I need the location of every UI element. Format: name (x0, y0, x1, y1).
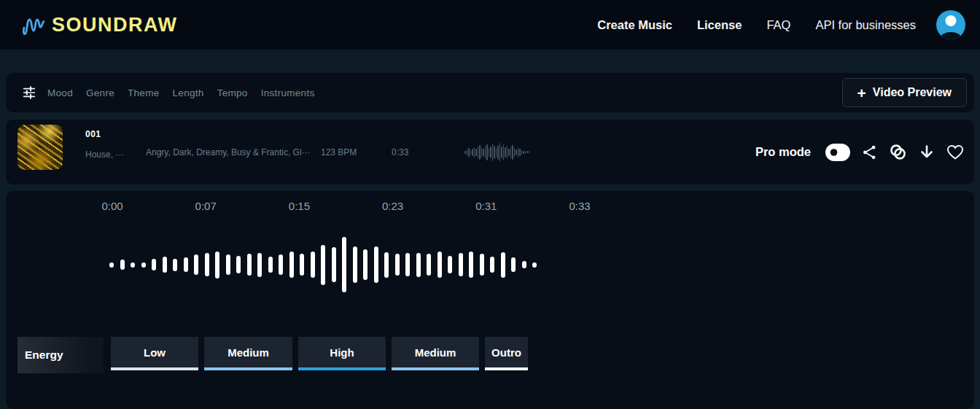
filter-item-length[interactable]: Length (173, 87, 204, 98)
navbar-links: Create MusicLicenseFAQAPI for businesses (597, 18, 916, 32)
plus-icon: + (858, 85, 866, 101)
waveform-bar (226, 254, 230, 275)
mini-waveform-bar (479, 145, 481, 160)
mini-waveform-bar (510, 147, 512, 158)
video-preview-label: Video Preview (873, 86, 952, 99)
mini-waveform-bar (525, 151, 526, 154)
filter-sliders-icon[interactable] (22, 86, 36, 99)
track-bpm: 123 BPM (321, 147, 357, 157)
waveform-bar (448, 256, 452, 273)
heart-icon[interactable] (946, 144, 964, 160)
brand-name: SOUNDRAW (52, 14, 178, 36)
soundraw-logo[interactable]: SOUNDRAW (20, 10, 178, 39)
waveform-bar (205, 253, 209, 276)
mini-waveform-bar (514, 148, 516, 157)
timeline-tick: 0:15 (289, 200, 310, 212)
mini-waveform-bar (497, 145, 499, 160)
mini-waveform-bar (481, 147, 483, 157)
energy-segment-low[interactable]: Low (111, 337, 198, 370)
user-avatar[interactable] (936, 10, 965, 39)
track-row[interactable]: 001 House, ··· Angry, Dark, Dreamy, Busy… (6, 120, 974, 184)
track-mini-waveform[interactable] (464, 142, 529, 163)
mini-waveform-bar (490, 147, 491, 158)
energy-segments: LowMediumHighMediumOutro (111, 337, 528, 370)
waveform-bar (416, 253, 421, 277)
mini-waveform-bar (468, 148, 470, 157)
mini-waveform-bar (518, 147, 519, 157)
mini-waveform-bar (512, 145, 513, 160)
nav-link-faq[interactable]: FAQ (766, 18, 790, 32)
mini-waveform-bar (519, 149, 521, 156)
top-navbar: SOUNDRAW Create MusicLicenseFAQAPI for b… (0, 0, 980, 50)
energy-segment-outro[interactable]: Outro (485, 337, 528, 370)
energy-segment-medium[interactable]: Medium (392, 337, 479, 370)
waveform-bar (480, 254, 484, 276)
mini-waveform-bar (501, 147, 502, 158)
track-number: 001 (85, 129, 101, 139)
mini-waveform-bar (485, 146, 486, 159)
filter-item-mood[interactable]: Mood (47, 87, 73, 98)
track-mood-tags: Angry, Dark, Dreamy, Busy & Frantic, Gl·… (146, 147, 311, 157)
mini-waveform-bar (523, 151, 524, 154)
filter-categories: MoodGenreThemeLengthTempoInstruments (47, 87, 315, 98)
waveform-bar (300, 254, 304, 276)
mini-waveform-bar (494, 146, 495, 159)
waveform-bar (374, 246, 378, 283)
mini-waveform-bar (503, 144, 505, 160)
waveform-bar (342, 237, 346, 292)
timeline-tick: 0:07 (195, 200, 217, 212)
nav-link-license[interactable]: License (697, 18, 742, 32)
user-avatar-icon (941, 32, 962, 39)
pro-mode-toggle-icon[interactable] (825, 144, 850, 161)
energy-label-text: Energy (25, 348, 63, 362)
waveform-bar (141, 262, 146, 268)
waveform-bar (321, 245, 325, 285)
video-preview-button[interactable]: + Video Preview (842, 78, 967, 107)
waveform-bar (120, 260, 125, 270)
mini-waveform-bar (499, 143, 501, 162)
track-genre: House, ··· (85, 149, 124, 160)
nav-link-create-music[interactable]: Create Music (597, 18, 672, 32)
share-icon[interactable] (863, 145, 876, 160)
mini-waveform-bar (474, 147, 475, 157)
waveform-bar (363, 249, 368, 280)
waveform-bar (501, 252, 505, 278)
waveform-bar (247, 254, 252, 276)
filter-bar: MoodGenreThemeLengthTempoInstruments + V… (6, 73, 974, 112)
main-waveform[interactable] (109, 233, 537, 296)
waveform-bar (384, 252, 389, 278)
mini-waveform-bar (489, 148, 490, 157)
energy-segment-high[interactable]: High (298, 337, 386, 370)
track-thumbnail[interactable] (18, 125, 63, 170)
waveform-bar (311, 252, 315, 278)
waveform-bar (109, 262, 114, 268)
waveform-bar (438, 252, 442, 278)
filter-item-genre[interactable]: Genre (86, 87, 114, 98)
waveform-bar (511, 257, 516, 272)
waveform-bar (215, 252, 219, 278)
waveform-editor: 0:000:070:150:230:310:33 Energy LowMediu… (6, 191, 974, 409)
waveform-bar (236, 256, 241, 273)
waveform-bar (289, 252, 294, 278)
mini-waveform-bar (464, 151, 466, 154)
overlapping-circles-icon[interactable] (889, 143, 907, 161)
filter-item-theme[interactable]: Theme (128, 87, 160, 98)
timeline-tick: 0:00 (101, 200, 122, 212)
waveform-bar (268, 257, 273, 273)
energy-segment-medium[interactable]: Medium (204, 337, 292, 370)
waveform-bar (184, 257, 188, 272)
waveform-bar (173, 259, 177, 271)
mini-waveform-bar (467, 149, 468, 155)
filter-item-instruments[interactable]: Instruments (261, 87, 315, 98)
mini-waveform-bar (496, 148, 497, 157)
waveform-bar (405, 253, 410, 276)
waveform-bar (257, 253, 262, 277)
user-avatar-icon (946, 15, 957, 26)
timeline-tick: 0:23 (382, 200, 403, 212)
filter-item-tempo[interactable]: Tempo (217, 87, 248, 98)
waveform-bar (522, 261, 526, 268)
download-icon[interactable] (919, 144, 934, 160)
nav-link-api-for-businesses[interactable]: API for businesses (815, 18, 916, 32)
mini-waveform-bar (486, 144, 488, 160)
mini-waveform-bar (475, 149, 477, 156)
